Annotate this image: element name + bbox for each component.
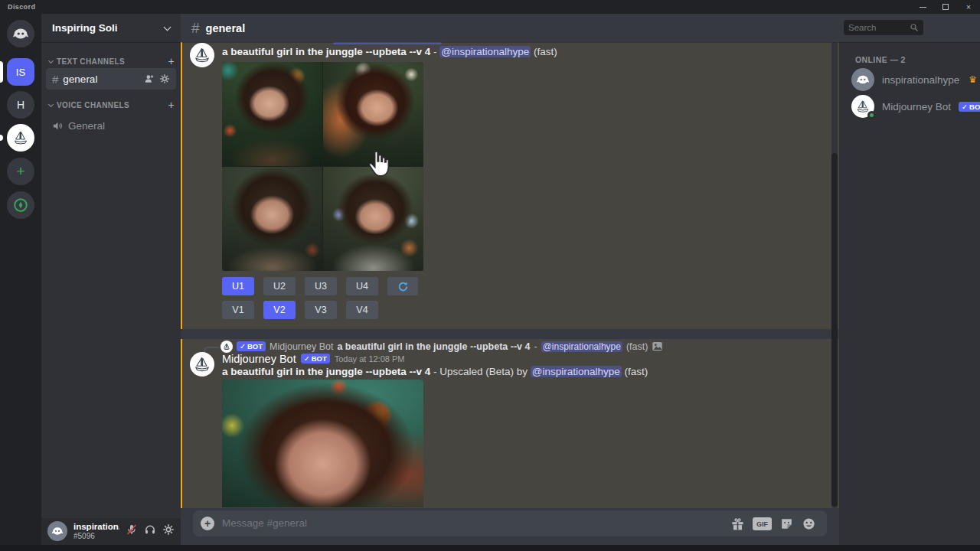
upscaled-image[interactable] (222, 380, 423, 507)
mention-pill[interactable]: @inspirationalhype (541, 341, 622, 352)
channel-general[interactable]: # general (46, 68, 176, 90)
prompt-text: a beautiful girl in the junggle --upbeta… (222, 366, 430, 377)
sailboat-icon (11, 129, 30, 147)
grid-image-3[interactable] (222, 167, 322, 271)
bot-badge: ✓BOT (959, 102, 980, 112)
avatar (851, 95, 874, 118)
channel-settings-gear-icon[interactable] (159, 73, 170, 84)
sailboat-icon (192, 354, 212, 374)
close-button[interactable]: × (957, 0, 980, 14)
chevron-down-icon (164, 23, 172, 31)
button-v3[interactable]: V3 (305, 301, 337, 319)
chat-scrollbar-thumb[interactable] (831, 153, 838, 507)
server-owner-crown-icon: ♛ (969, 74, 977, 85)
mention-pill[interactable]: @inspirationalhype (531, 366, 622, 377)
online-count-label: ONLINE — 2 (855, 55, 906, 64)
discord-window: Discord × IS H (0, 0, 980, 551)
server-icon-inspiring-soli[interactable]: IS (7, 58, 34, 86)
button-u1[interactable]: U1 (222, 277, 254, 295)
prompt-text: a beautiful girl in the junggle --upbeta… (222, 46, 430, 57)
avatar[interactable] (190, 352, 214, 377)
channel-voice-general[interactable]: General (46, 115, 176, 136)
headphones-icon (144, 523, 156, 536)
reply-author[interactable]: Midjourney Bot (270, 341, 333, 352)
avatar[interactable] (47, 521, 67, 541)
button-v2[interactable]: V2 (263, 301, 296, 319)
create-invite-icon[interactable] (144, 73, 155, 84)
unread-server-pill (0, 135, 3, 141)
image-attachment-icon (652, 341, 663, 352)
search-input[interactable]: Search (844, 20, 923, 35)
server-header[interactable]: Inspiring Soli (41, 14, 181, 42)
member-inspirationalhype[interactable]: inspirationalhype ♛ (845, 66, 974, 93)
plus-icon: + (16, 163, 24, 180)
server-icon-midjourney[interactable] (7, 124, 34, 152)
home-button[interactable] (7, 20, 34, 47)
message-input[interactable]: + Message #general GIF (193, 510, 827, 536)
attach-file-button[interactable]: + (201, 517, 214, 530)
add-server-button[interactable]: + (7, 158, 34, 185)
discord-logo-icon (51, 525, 64, 537)
mute-microphone-button[interactable] (126, 523, 138, 536)
channel-name: General (68, 120, 105, 132)
variation-buttons-row: V1 V2 V3 V4 (222, 301, 378, 319)
close-icon: × (966, 2, 971, 11)
message-text: a beautiful girl in the junggle --upbeta… (222, 46, 557, 57)
gear-icon (162, 523, 175, 536)
button-u4[interactable]: U4 (346, 277, 378, 295)
voice-channels-section[interactable]: VOICE CHANNELS + (49, 99, 175, 111)
message-input-area: + Message #general GIF (181, 508, 839, 545)
check-icon: ✓ (962, 103, 968, 111)
gif-button[interactable]: GIF (753, 517, 772, 530)
reroll-button[interactable] (387, 277, 418, 295)
maximize-button[interactable] (934, 0, 957, 14)
check-icon: ✓ (304, 354, 310, 363)
channel-sidebar: Inspiring Soli TEXT CHANNELS + # general (41, 14, 181, 545)
user-settings-button[interactable] (162, 523, 175, 536)
mention-pill[interactable]: @inspirationalhype (439, 46, 531, 57)
grid-image-1[interactable] (222, 62, 322, 166)
minimize-button[interactable] (911, 0, 934, 14)
server-rail: IS H + (0, 14, 41, 545)
username[interactable]: inspiration... (74, 522, 119, 531)
gift-button[interactable] (730, 517, 745, 531)
check-icon: ✓ (240, 342, 246, 350)
server-name: Inspiring Soli (52, 22, 118, 34)
button-v1[interactable]: V1 (222, 301, 254, 319)
generated-image-grid[interactable] (222, 62, 423, 271)
button-v4[interactable]: V4 (346, 301, 378, 319)
upscale-buttons-row: U1 U2 U3 U4 (222, 277, 418, 295)
create-channel-icon[interactable]: + (168, 99, 175, 111)
server-icon-h[interactable]: H (7, 91, 34, 119)
sticker-button[interactable] (779, 517, 794, 531)
input-placeholder: Message #general (222, 517, 307, 529)
create-channel-icon[interactable]: + (168, 55, 175, 67)
button-u3[interactable]: U3 (305, 277, 337, 295)
discord-logo-icon (856, 73, 870, 86)
author-name[interactable]: Midjourney Bot (222, 353, 296, 365)
chevron-down-icon (48, 57, 54, 63)
search-icon (910, 23, 919, 32)
window-controls: × (911, 0, 980, 14)
minimize-icon (920, 7, 926, 8)
channel-title: general (206, 22, 246, 34)
sailboat-icon (222, 342, 231, 351)
grid-image-4[interactable] (323, 167, 423, 271)
avatar[interactable] (190, 43, 214, 67)
member-name: Midjourney Bot (882, 101, 951, 112)
emoji-button[interactable] (802, 517, 816, 531)
button-u2[interactable]: U2 (263, 277, 296, 295)
titlebar: Discord × (0, 0, 980, 14)
selected-server-pill (0, 61, 3, 83)
refresh-icon (397, 281, 409, 292)
explore-button[interactable] (7, 191, 34, 219)
channel-name: general (63, 73, 97, 85)
message-midjourney-grid: a beautiful girl in the junggle --upbeta… (181, 42, 839, 329)
member-midjourney-bot[interactable]: Midjourney Bot ✓BOT (845, 93, 974, 120)
user-panel: inspiration... #5096 (41, 518, 181, 545)
reply-text: a beautiful girl in the junggle --upbeta… (337, 341, 530, 352)
text-channels-section[interactable]: TEXT CHANNELS + (49, 55, 175, 67)
deafen-button[interactable] (144, 523, 156, 536)
sailboat-icon (192, 45, 212, 65)
timestamp: Today at 12:08 PM (335, 354, 405, 364)
